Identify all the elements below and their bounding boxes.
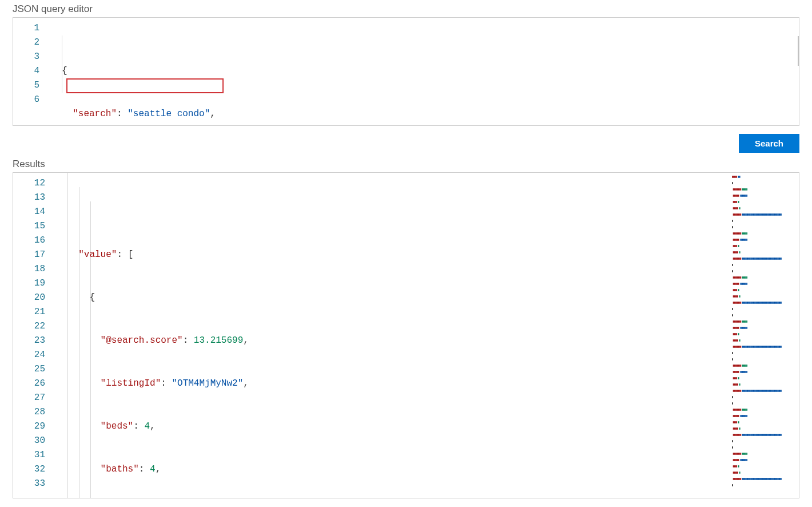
query-editor-label: JSON query editor bbox=[13, 3, 799, 15]
line-number: 23 bbox=[13, 334, 45, 348]
line-number: 12 bbox=[13, 176, 45, 191]
line-number: 18 bbox=[13, 262, 45, 276]
results-code-area[interactable]: "value": [ { "@search.score": 13.215699,… bbox=[53, 173, 731, 498]
line-number: 33 bbox=[13, 477, 45, 491]
line-number: 19 bbox=[13, 276, 45, 291]
line-number: 16 bbox=[13, 233, 45, 248]
filter-highlight-box bbox=[66, 78, 224, 93]
line-number: 17 bbox=[13, 248, 45, 262]
line-number: 20 bbox=[13, 291, 45, 305]
search-button[interactable]: Search bbox=[739, 134, 799, 153]
line-number: 1 bbox=[13, 21, 39, 35]
code-line: "value": [ bbox=[53, 248, 731, 262]
code-line: { bbox=[47, 64, 799, 78]
results-viewer[interactable]: 12 13 14 15 16 17 18 19 20 21 22 23 24 2… bbox=[13, 172, 799, 498]
line-number: 5 bbox=[13, 78, 39, 93]
results-label: Results bbox=[13, 159, 799, 170]
line-number: 22 bbox=[13, 319, 45, 334]
line-number: 30 bbox=[13, 434, 45, 448]
button-row: Search bbox=[13, 134, 799, 153]
line-number: 26 bbox=[13, 377, 45, 391]
line-number: 31 bbox=[13, 448, 45, 462]
code-line: "search": "seattle condo", bbox=[47, 107, 799, 121]
line-number: 3 bbox=[13, 50, 39, 64]
line-number: 29 bbox=[13, 419, 45, 434]
code-line: "baths": 4, bbox=[53, 462, 731, 477]
line-number: 15 bbox=[13, 219, 45, 233]
query-code-area[interactable]: { "search": "seattle condo", "count": tr… bbox=[47, 18, 799, 125]
line-number: 25 bbox=[13, 362, 45, 377]
results-minimap[interactable]: █████ ██ █ ████████ █████ ██████ ███████… bbox=[731, 173, 799, 498]
query-gutter: 1 2 3 4 5 6 bbox=[13, 18, 47, 125]
line-number: 27 bbox=[13, 391, 45, 405]
results-gutter: 12 13 14 15 16 17 18 19 20 21 22 23 24 2… bbox=[13, 173, 53, 498]
line-number: 4 bbox=[13, 64, 39, 78]
line-number: 21 bbox=[13, 305, 45, 319]
overview-ruler-marker bbox=[798, 36, 799, 66]
code-line: "@search.score": 13.215699, bbox=[53, 334, 731, 348]
line-number: 14 bbox=[13, 205, 45, 219]
line-number: 24 bbox=[13, 348, 45, 362]
indent-guide bbox=[90, 201, 91, 498]
line-number: 2 bbox=[13, 35, 39, 50]
code-line: { bbox=[53, 291, 731, 305]
json-query-editor[interactable]: 1 2 3 4 5 6 { "search": "seattle condo",… bbox=[13, 17, 799, 126]
line-number: 13 bbox=[13, 191, 45, 205]
line-number: 6 bbox=[13, 93, 39, 107]
code-line: "listingId": "OTM4MjMyNw2", bbox=[53, 377, 731, 391]
code-line: "beds": 4, bbox=[53, 419, 731, 434]
line-number: 28 bbox=[13, 405, 45, 419]
line-number: 32 bbox=[13, 462, 45, 477]
